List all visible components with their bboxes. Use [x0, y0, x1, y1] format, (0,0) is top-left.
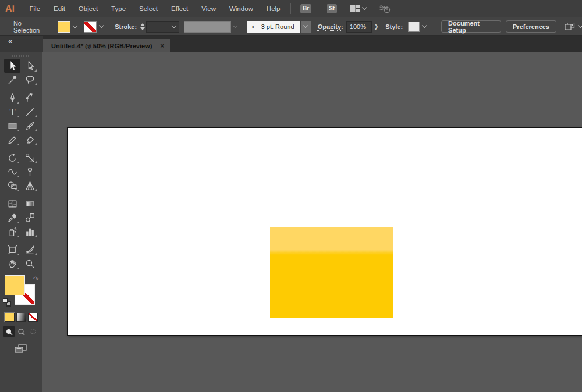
style-combo[interactable] — [408, 21, 428, 33]
opacity-value: 100% — [350, 23, 366, 30]
fill-proxy-swatch[interactable] — [5, 275, 25, 295]
fill-stroke-proxy: ↷ — [0, 275, 42, 309]
swap-fill-stroke-icon[interactable]: ↷ — [33, 275, 38, 283]
gradient-icon — [26, 201, 34, 206]
arrange-documents-combo[interactable] — [565, 22, 582, 31]
style-swatch[interactable] — [408, 22, 420, 32]
fill-color-swatch[interactable] — [58, 21, 70, 33]
artboard-tool[interactable] — [4, 243, 20, 256]
stroke-color-combo[interactable] — [84, 21, 105, 33]
brush-definition-dropdown — [184, 21, 231, 33]
draw-normal-button[interactable] — [3, 326, 15, 337]
paintbrush-tool[interactable] — [22, 119, 38, 133]
panel-drag-grip[interactable] — [12, 55, 30, 57]
menu-effect[interactable]: Effect — [165, 1, 195, 16]
menu-view[interactable]: View — [195, 1, 223, 16]
gradient-tool[interactable] — [22, 197, 38, 211]
stock-button[interactable]: St — [327, 4, 337, 13]
opacity-input[interactable]: 100% — [346, 21, 372, 33]
draw-behind-button[interactable] — [15, 326, 27, 337]
menu-select[interactable]: Select — [133, 1, 165, 16]
panel-grip[interactable] — [5, 21, 5, 33]
change-screen-mode-button[interactable] — [14, 344, 28, 357]
arrange-documents-icon — [565, 22, 575, 31]
menu-window[interactable]: Window — [222, 1, 260, 16]
shaper-tool[interactable] — [4, 133, 20, 147]
drawing-modes — [3, 326, 40, 337]
rectangle-tool[interactable] — [4, 119, 20, 133]
artboard[interactable] — [67, 127, 582, 336]
menu-edit[interactable]: Edit — [47, 1, 72, 16]
document-tab[interactable]: Untitled-4* @ 50% (RGB/Preview) × — [43, 39, 170, 52]
pen-tool[interactable] — [4, 91, 20, 105]
chevron-down-icon — [233, 23, 237, 28]
tab-close-icon[interactable]: × — [160, 42, 164, 50]
selection-tool[interactable] — [4, 59, 20, 73]
hand-tool[interactable] — [4, 256, 20, 270]
width-profile-chevron[interactable] — [301, 21, 311, 33]
menu-object[interactable]: Object — [72, 1, 104, 16]
scale-tool[interactable] — [22, 151, 38, 165]
eraser-tool[interactable] — [22, 133, 38, 147]
stroke-none-swatch[interactable] — [84, 21, 97, 33]
puppet-warp-tool[interactable] — [22, 165, 38, 179]
chevron-down-icon — [362, 5, 367, 10]
sync-power-icon[interactable] — [379, 3, 392, 14]
width-profile-bullet: • — [252, 23, 254, 30]
stroke-label: Stroke: — [115, 23, 137, 30]
stepper-down-icon[interactable] — [140, 27, 145, 30]
curvature-tool[interactable] — [22, 91, 38, 105]
bridge-button[interactable]: Br — [300, 4, 311, 13]
menu-items: File Edit Object Type Select Effect View… — [23, 1, 287, 16]
opacity-expand-button[interactable]: ❯ — [372, 21, 381, 33]
document-setup-button[interactable]: Document Setup — [441, 20, 501, 33]
selection-status: No Selection — [13, 20, 46, 34]
tools-panel: T — [0, 52, 42, 392]
illustrator-logo-icon: Ai — [5, 3, 15, 14]
magic-wand-tool[interactable] — [4, 73, 20, 87]
document-tab-bar: « Untitled-4* @ 50% (RGB/Preview) × — [0, 36, 582, 52]
color-button[interactable] — [5, 313, 15, 322]
slice-tool[interactable] — [22, 243, 38, 256]
illustrator-window: Ai File Edit Object Type Select Effect V… — [0, 0, 582, 392]
stroke-weight-dropdown[interactable] — [146, 21, 179, 33]
yellow-rectangle-artwork[interactable] — [270, 227, 393, 318]
type-tool[interactable]: T — [4, 105, 20, 119]
document-canvas[interactable] — [42, 52, 582, 392]
variable-width-value[interactable]: • 3 pt. Round — [247, 21, 300, 33]
rotate-tool[interactable] — [4, 151, 20, 165]
workspace-switcher[interactable] — [350, 5, 366, 12]
symbol-sprayer-tool[interactable] — [4, 224, 20, 238]
stepper-up-icon[interactable] — [140, 23, 145, 26]
zoom-tool[interactable] — [22, 256, 38, 270]
chevron-down-icon — [303, 23, 308, 28]
swatch-buttons — [5, 313, 38, 322]
blend-tool[interactable] — [22, 211, 38, 224]
direct-selection-tool[interactable] — [22, 59, 38, 73]
collapse-panel-icon[interactable]: « — [8, 37, 12, 45]
eyedropper-tool[interactable] — [4, 211, 20, 224]
menu-help[interactable]: Help — [260, 1, 287, 16]
none-button[interactable] — [28, 313, 38, 322]
column-graph-tool[interactable] — [22, 224, 38, 238]
lasso-tool[interactable] — [22, 73, 38, 87]
draw-inside-button — [27, 326, 40, 337]
variable-width-profile-combo[interactable]: • 3 pt. Round — [247, 21, 311, 33]
svg-text:T: T — [9, 106, 15, 116]
default-fill-stroke-icon[interactable] — [3, 298, 11, 307]
gradient-button[interactable] — [16, 313, 26, 322]
line-segment-tool[interactable] — [22, 105, 38, 119]
chevron-down-icon — [98, 23, 103, 28]
menu-file[interactable]: File — [23, 1, 47, 16]
mesh-tool[interactable] — [4, 197, 20, 211]
fill-color-combo[interactable] — [58, 21, 79, 33]
shape-builder-tool[interactable] — [4, 179, 20, 193]
preferences-button[interactable]: Preferences — [506, 20, 556, 33]
stroke-weight-stepper[interactable] — [140, 23, 145, 30]
chevron-down-icon — [421, 23, 426, 28]
width-tool[interactable] — [4, 165, 20, 179]
menu-divider — [290, 3, 291, 14]
workspace: T — [0, 52, 582, 392]
perspective-grid-tool[interactable] — [22, 179, 38, 193]
menu-type[interactable]: Type — [105, 1, 133, 16]
